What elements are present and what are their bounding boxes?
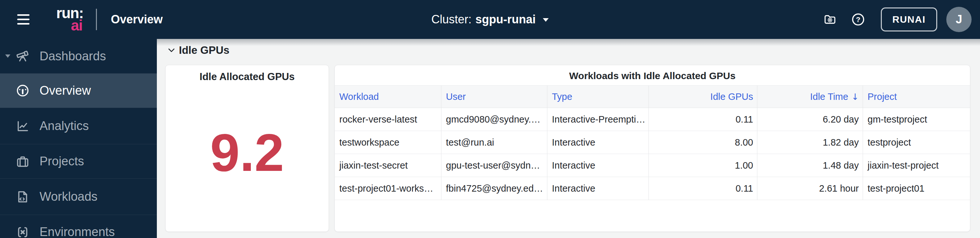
metric-title: Idle Allocated GPUs bbox=[165, 71, 329, 83]
sidebar-item-workloads[interactable]: Workloads bbox=[0, 178, 157, 215]
sidebar-item-label: Dashboards bbox=[40, 49, 106, 63]
expand-arrow-icon bbox=[5, 54, 10, 58]
cell-type: Interactive bbox=[547, 177, 649, 200]
runai-logo: run: ai bbox=[53, 7, 83, 32]
cell-user: test@run.ai bbox=[441, 131, 547, 154]
column-label: Type bbox=[552, 91, 572, 102]
sidebar-item-overview[interactable]: Overview bbox=[0, 73, 157, 108]
navbar-actions: ? RUNAI J bbox=[823, 7, 980, 32]
idle-allocated-gpus-card: Idle Allocated GPUs 9.2 bbox=[165, 65, 329, 232]
cell-idle-time: 6.20 day bbox=[757, 108, 863, 131]
avatar-initial: J bbox=[956, 13, 962, 26]
cell-idle-time: 1.82 day bbox=[757, 131, 863, 154]
sidebar-item-label: Projects bbox=[40, 154, 84, 168]
section-header-idle-gpus[interactable]: Idle GPUs bbox=[168, 44, 229, 56]
table-row: test-project01-works… fbin4725@sydney.ed… bbox=[335, 177, 970, 200]
sidebar-item-label: Workloads bbox=[40, 190, 97, 204]
column-header-user[interactable]: User bbox=[441, 86, 547, 108]
column-label: User bbox=[446, 91, 466, 102]
sidebar-item-environments[interactable]: Environments bbox=[0, 215, 157, 238]
code-file-icon bbox=[16, 190, 30, 204]
hamburger-menu-button[interactable] bbox=[17, 14, 30, 25]
main-content: Idle GPUs Idle Allocated GPUs 9.2 Worklo… bbox=[157, 39, 980, 238]
caret-down-icon bbox=[543, 18, 549, 22]
sidebar-item-analytics[interactable]: Analytics bbox=[0, 108, 157, 144]
line-chart-icon bbox=[16, 119, 30, 133]
cell-workload: test-project01-works… bbox=[335, 177, 441, 200]
help-circle-icon: ? bbox=[851, 12, 865, 27]
sidebar: Dashboards Overview Analytics bbox=[0, 39, 157, 238]
section-title: Idle GPUs bbox=[179, 44, 229, 56]
column-label: Idle GPUs bbox=[710, 91, 753, 102]
column-header-type[interactable]: Type bbox=[547, 86, 649, 108]
page-title: Overview bbox=[111, 13, 163, 26]
cell-project: jiaxin-test-project bbox=[863, 154, 970, 177]
column-header-project[interactable]: Project bbox=[863, 86, 970, 108]
collapse-chevron-icon bbox=[168, 48, 175, 53]
table-row: testworkspace test@run.ai Interactive 8.… bbox=[335, 131, 970, 154]
sidebar-item-label: Analytics bbox=[40, 119, 89, 133]
sidebar-item-label: Environments bbox=[40, 225, 115, 238]
cell-user: gmcd9080@sydney.… bbox=[441, 108, 547, 131]
table-title: Workloads with Idle Allocated GPUs bbox=[335, 70, 970, 81]
sidebar-item-dashboards[interactable]: Dashboards bbox=[0, 39, 157, 73]
folder-gear-icon bbox=[823, 13, 837, 26]
sidebar-item-projects[interactable]: Projects bbox=[0, 144, 157, 178]
cell-workload: jiaxin-test-secret bbox=[335, 154, 441, 177]
sidebar-item-label: Overview bbox=[40, 84, 91, 97]
navbar-divider bbox=[96, 9, 97, 30]
column-header-idle-gpus[interactable]: Idle GPUs bbox=[649, 86, 757, 108]
cell-idle-time: 1.48 day bbox=[757, 154, 863, 177]
svg-text:?: ? bbox=[856, 15, 861, 24]
cluster-name: sgpu-runai bbox=[476, 13, 536, 26]
table-row: jiaxin-test-secret gpu-test-user@sydn… I… bbox=[335, 154, 970, 177]
hamburger-icon bbox=[17, 14, 30, 25]
cell-idle-gpus: 0.11 bbox=[649, 108, 757, 131]
tenant-button[interactable]: RUNAI bbox=[881, 8, 937, 32]
cell-project: gm-testproject bbox=[863, 108, 970, 131]
cell-user: gpu-test-user@sydn… bbox=[441, 154, 547, 177]
column-label: Project bbox=[867, 91, 897, 102]
briefcase-icon bbox=[16, 154, 30, 169]
workloads-table: Workload User Type Idle GPUs Idle Time ↓ bbox=[335, 85, 970, 200]
cell-idle-gpus: 0.11 bbox=[649, 177, 757, 200]
cell-idle-time: 2.61 hour bbox=[757, 177, 863, 200]
cell-idle-gpus: 1.00 bbox=[649, 154, 757, 177]
cell-type: Interactive-Preempti… bbox=[547, 108, 649, 131]
help-button[interactable]: ? bbox=[851, 12, 865, 27]
column-label: Workload bbox=[339, 91, 379, 102]
telescope-icon bbox=[16, 49, 30, 63]
column-header-workload[interactable]: Workload bbox=[335, 86, 441, 108]
table-row: rocker-verse-latest gmcd9080@sydney.… In… bbox=[335, 108, 970, 131]
cell-workload: testworkspace bbox=[335, 131, 441, 154]
cell-project: testproject bbox=[863, 131, 970, 154]
cell-idle-gpus: 8.00 bbox=[649, 131, 757, 154]
top-navbar: run: ai Overview Cluster: sgpu-runai ? bbox=[0, 0, 980, 39]
column-header-idle-time[interactable]: Idle Time ↓ bbox=[757, 86, 863, 108]
cell-type: Interactive bbox=[547, 131, 649, 154]
cell-type: Interactive bbox=[547, 154, 649, 177]
workloads-table-card: Workloads with Idle Allocated GPUs Workl… bbox=[334, 65, 970, 232]
column-label: Idle Time bbox=[810, 91, 848, 102]
metric-value: 9.2 bbox=[165, 126, 329, 179]
code-brackets-icon bbox=[16, 225, 30, 238]
sort-descending-icon: ↓ bbox=[851, 92, 859, 102]
logo-text-ai: ai bbox=[71, 19, 82, 32]
cell-workload: rocker-verse-latest bbox=[335, 108, 441, 131]
user-avatar[interactable]: J bbox=[946, 7, 972, 32]
cluster-label: Cluster: bbox=[431, 13, 471, 26]
table-header-row: Workload User Type Idle GPUs Idle Time ↓ bbox=[335, 85, 970, 108]
settings-folder-button[interactable] bbox=[823, 13, 837, 26]
app-root: run: ai Overview Cluster: sgpu-runai ? bbox=[0, 0, 980, 238]
cell-project: test-project01 bbox=[863, 177, 970, 200]
gauge-icon bbox=[16, 84, 30, 98]
cell-user: fbin4725@sydney.ed… bbox=[441, 177, 547, 200]
cluster-selector[interactable]: Cluster: sgpu-runai bbox=[430, 12, 550, 27]
